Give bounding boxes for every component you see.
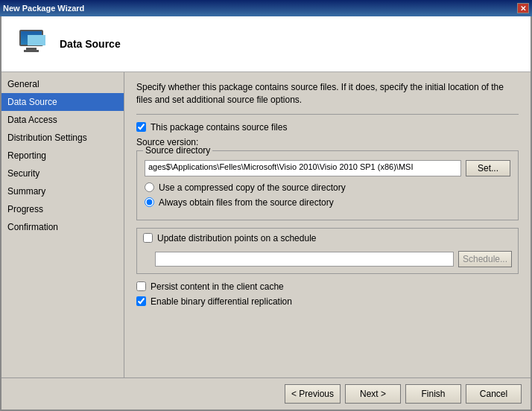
schedule-checkbox-label: Update distribution points on a schedule (157, 233, 316, 243)
sidebar: General Data Source Data Access Distribu… (1, 72, 124, 377)
title-bar: New Package Wizard ✕ (0, 0, 532, 16)
radio-always[interactable] (145, 197, 154, 207)
content-area: Specify whether this package contains so… (124, 72, 531, 377)
binary-diff-label: Enable binary differential replication (151, 296, 292, 307)
wizard-header: Data Source (1, 16, 531, 72)
sidebar-item-data-access[interactable]: Data Access (1, 111, 124, 129)
previous-button[interactable]: < Previous (285, 384, 341, 404)
source-files-checkbox[interactable] (136, 122, 146, 132)
radio-compressed[interactable] (145, 182, 154, 192)
computer-icon (16, 28, 47, 60)
group-box-title: Source directory (143, 145, 212, 156)
persist-cache-checkbox[interactable] (136, 281, 146, 291)
sidebar-item-progress[interactable]: Progress (1, 200, 124, 218)
header-icon-area (13, 26, 49, 62)
wizard-container: Data Source General Data Source Data Acc… (0, 16, 532, 411)
finish-button[interactable]: Finish (405, 384, 461, 404)
persist-cache-row: Persist content in the client cache (136, 281, 519, 292)
header-title: Data Source (60, 38, 121, 50)
radio-compressed-label: Use a compressed copy of the source dire… (159, 182, 346, 193)
sidebar-item-general[interactable]: General (1, 75, 124, 93)
schedule-header: Update distribution points on a schedule (137, 229, 518, 248)
sidebar-item-summary[interactable]: Summary (1, 182, 124, 200)
radio-always-label: Always obtain files from the source dire… (159, 197, 334, 208)
radio-compressed-row: Use a compressed copy of the source dire… (145, 182, 510, 193)
description-text: Specify whether this package contains so… (136, 81, 519, 106)
sidebar-item-distribution-settings[interactable]: Distribution Settings (1, 129, 124, 147)
wizard-body: General Data Source Data Access Distribu… (1, 72, 531, 377)
monitor-shape (19, 30, 43, 46)
schedule-body: Schedule... (137, 248, 518, 273)
source-files-label: This package contains source files (151, 122, 287, 133)
sidebar-item-security[interactable]: Security (1, 165, 124, 182)
monitor-base (24, 50, 39, 52)
schedule-button[interactable]: Schedule... (458, 251, 512, 267)
schedule-checkbox[interactable] (143, 233, 153, 243)
set-button[interactable]: Set... (466, 160, 510, 176)
source-files-row: This package contains source files (136, 122, 519, 133)
monitor-screen (28, 35, 45, 45)
dir-row: ages$\Applications\Felles\Microsoft\Visi… (145, 160, 510, 176)
next-button[interactable]: Next > (345, 384, 401, 404)
source-dir-input[interactable]: ages$\Applications\Felles\Microsoft\Visi… (145, 160, 461, 176)
binary-diff-row: Enable binary differential replication (136, 296, 519, 307)
close-button[interactable]: ✕ (517, 3, 529, 13)
sidebar-item-reporting[interactable]: Reporting (1, 147, 124, 165)
sidebar-item-data-source[interactable]: Data Source (1, 93, 124, 111)
cancel-button[interactable]: Cancel (466, 384, 522, 404)
binary-diff-checkbox[interactable] (136, 296, 146, 306)
title-bar-text: New Package Wizard (3, 4, 84, 13)
schedule-group: Update distribution points on a schedule… (136, 228, 519, 274)
wizard-footer: < Previous Next > Finish Cancel (1, 377, 531, 410)
sidebar-item-confirmation[interactable]: Confirmation (1, 218, 124, 236)
separator-line (136, 114, 519, 115)
persist-cache-label: Persist content in the client cache (151, 281, 284, 292)
schedule-input[interactable] (155, 252, 454, 267)
radio-always-row: Always obtain files from the source dire… (145, 197, 510, 208)
source-directory-group: Source directory ages$\Applications\Fell… (136, 150, 519, 220)
